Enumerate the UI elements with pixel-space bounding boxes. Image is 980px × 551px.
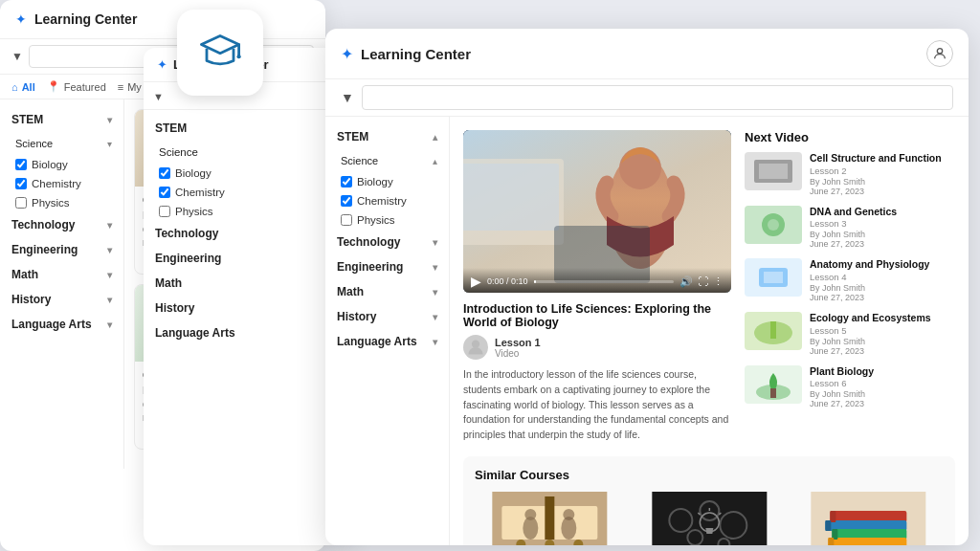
sidebar-cat-engineering[interactable]: Engineering ▾ bbox=[325, 254, 449, 279]
progress-fill bbox=[534, 280, 537, 283]
mid-biology-checkbox[interactable] bbox=[159, 167, 170, 179]
next-author-2: By John Smith bbox=[810, 230, 955, 239]
progress-bar[interactable] bbox=[534, 280, 674, 283]
bg-cat-technology[interactable]: Technology ▾ bbox=[0, 212, 123, 237]
next-date-3: June 27, 2023 bbox=[810, 293, 955, 302]
main-search-input[interactable] bbox=[362, 85, 953, 110]
sidebar-subcat-physics[interactable]: Physics bbox=[325, 210, 449, 230]
bg-cat-history[interactable]: History ▾ bbox=[0, 287, 123, 312]
sidebar-cat-history[interactable]: History ▾ bbox=[325, 304, 449, 329]
video-info: Introduction to Life Sciences: Exploring… bbox=[463, 302, 731, 443]
bg-cat-language-arts[interactable]: Language Arts ▾ bbox=[0, 312, 123, 337]
mid-filter-icon: ▼ bbox=[153, 91, 164, 102]
sidebar-subcat-biology[interactable]: Biology bbox=[325, 172, 449, 191]
similar-courses-title: Similar Courses bbox=[475, 468, 944, 482]
next-video-item-5[interactable]: Plant Biology Lesson 6 By John Smith Jun… bbox=[745, 365, 955, 409]
next-info-1: Cell Structure and Function Lesson 2 By … bbox=[810, 152, 955, 196]
video-main: ▶ 0:00 / 0:10 🔊 ⛶ ⋮ bbox=[463, 130, 731, 443]
chevron-down-icon: ▾ bbox=[107, 320, 112, 330]
next-video-item-3[interactable]: Anatomy and Physiology Lesson 4 By John … bbox=[745, 258, 955, 302]
next-date-4: June 27, 2023 bbox=[810, 346, 955, 356]
mid-cat-engineering[interactable]: Engineering ▾ bbox=[144, 246, 354, 271]
next-video-item-2[interactable]: DNA and Genetics Lesson 3 By John Smith … bbox=[745, 206, 955, 250]
bg-tab-featured[interactable]: 📍 Featured bbox=[47, 80, 106, 93]
sidebar-chemistry-checkbox[interactable] bbox=[341, 195, 352, 207]
mid-subcat-physics[interactable]: Physics bbox=[144, 202, 354, 221]
next-lesson-num-2: Lesson 3 bbox=[810, 218, 955, 229]
similar-card-1[interactable]: Course #3 bbox=[475, 492, 625, 545]
biology-checkbox[interactable] bbox=[15, 159, 27, 170]
chemistry-checkbox[interactable] bbox=[15, 178, 27, 189]
sidebar-subcat-chemistry[interactable]: Chemistry bbox=[325, 191, 449, 210]
middle-panel: ✦ Learning Center ▼ STEM ▴ Science ▴ Bio… bbox=[144, 48, 354, 545]
mid-cat-language-arts[interactable]: Language Arts ▾ bbox=[144, 320, 354, 345]
mid-cat-technology[interactable]: Technology ▾ bbox=[144, 221, 354, 246]
play-button[interactable]: ▶ bbox=[471, 274, 481, 289]
mid-subcat-biology[interactable]: Biology bbox=[144, 164, 354, 183]
chevron-down-icon: ▾ bbox=[433, 287, 437, 298]
next-thumb-5 bbox=[745, 365, 802, 404]
main-right-content: ▶ 0:00 / 0:10 🔊 ⛶ ⋮ bbox=[450, 117, 969, 545]
user-avatar-button[interactable] bbox=[926, 40, 953, 67]
bg-cat-science[interactable]: Science ▾ bbox=[0, 132, 123, 155]
next-thumb-2 bbox=[745, 206, 802, 244]
main-content: STEM ▴ Science ▴ Biology Chemistry Physi… bbox=[325, 117, 969, 545]
svg-point-22 bbox=[472, 341, 479, 348]
sidebar-biology-checkbox[interactable] bbox=[341, 176, 352, 187]
mid-cat-stem[interactable]: STEM ▴ bbox=[144, 116, 354, 141]
bg-cat-math[interactable]: Math ▾ bbox=[0, 262, 123, 287]
next-info-2: DNA and Genetics Lesson 3 By John Smith … bbox=[810, 206, 955, 250]
chevron-up-icon: ▴ bbox=[433, 156, 437, 166]
sidebar-cat-math[interactable]: Math ▾ bbox=[325, 279, 449, 304]
video-player[interactable]: ▶ 0:00 / 0:10 🔊 ⛶ ⋮ bbox=[463, 130, 731, 293]
next-video-item-4[interactable]: Ecology and Ecosystems Lesson 5 By John … bbox=[745, 312, 955, 356]
app-icon-card bbox=[177, 10, 263, 96]
next-author-3: By John Smith bbox=[810, 283, 955, 293]
bg-cat-stem[interactable]: STEM ▾ bbox=[0, 107, 123, 132]
next-thumb-1 bbox=[745, 152, 802, 190]
next-date-2: June 27, 2023 bbox=[810, 239, 955, 249]
similar-card-2[interactable]: Course #12 bbox=[635, 492, 785, 545]
graduation-cap-icon bbox=[193, 26, 247, 79]
bg-tab-all[interactable]: ⌂ All bbox=[11, 80, 35, 93]
similar-thumb-3 bbox=[793, 492, 944, 545]
chevron-down-icon: ▾ bbox=[107, 115, 112, 125]
svg-point-45 bbox=[524, 509, 536, 520]
next-author-5: By John Smith bbox=[810, 389, 955, 399]
svg-rect-62 bbox=[829, 538, 907, 545]
main-filter-bar: ▼ bbox=[325, 79, 969, 117]
bg-cat-engineering[interactable]: Engineering ▾ bbox=[0, 237, 123, 262]
bg-subcat-physics[interactable]: Physics bbox=[0, 193, 123, 212]
video-controls: ▶ 0:00 / 0:10 🔊 ⛶ ⋮ bbox=[463, 268, 731, 293]
next-date-5: June 27, 2023 bbox=[810, 399, 955, 408]
mid-physics-checkbox[interactable] bbox=[159, 206, 170, 217]
bg-subcat-chemistry[interactable]: Chemistry bbox=[0, 174, 123, 193]
sidebar-cat-language-arts[interactable]: Language Arts ▾ bbox=[325, 329, 449, 354]
bg-star-icon: ✦ bbox=[15, 11, 27, 27]
mid-subcat-chemistry[interactable]: Chemistry bbox=[144, 183, 354, 202]
mid-cat-math[interactable]: Math ▾ bbox=[144, 271, 354, 296]
similar-card-3[interactable]: Course #17 bbox=[793, 492, 944, 545]
bg-panel-title: Learning Center bbox=[34, 11, 137, 27]
fullscreen-icon[interactable]: ⛶ bbox=[698, 276, 708, 288]
volume-icon[interactable]: 🔊 bbox=[679, 276, 693, 288]
sidebar-cat-stem[interactable]: STEM ▴ bbox=[325, 124, 449, 149]
main-panel-title: Learning Center bbox=[361, 46, 919, 62]
bg-subcat-biology[interactable]: Biology bbox=[0, 155, 123, 174]
svg-rect-63 bbox=[831, 511, 836, 522]
next-video-title: Next Video bbox=[745, 130, 955, 144]
sidebar-cat-technology[interactable]: Technology ▾ bbox=[325, 230, 449, 254]
similar-thumb-2 bbox=[635, 492, 785, 545]
bg-panel-header: ✦ Learning Center bbox=[0, 0, 325, 39]
sidebar-cat-science[interactable]: Science ▴ bbox=[325, 149, 449, 172]
settings-icon[interactable]: ⋮ bbox=[713, 276, 724, 288]
next-lesson-num-5: Lesson 6 bbox=[810, 378, 955, 388]
physics-checkbox[interactable] bbox=[15, 197, 27, 209]
mid-cat-history[interactable]: History ▾ bbox=[144, 296, 354, 320]
mid-cat-science[interactable]: Science ▴ bbox=[144, 141, 354, 164]
sidebar-physics-checkbox[interactable] bbox=[341, 214, 352, 226]
video-control-icons: 🔊 ⛶ ⋮ bbox=[679, 276, 724, 288]
chevron-down-icon: ▾ bbox=[433, 337, 437, 347]
next-video-item-1[interactable]: Cell Structure and Function Lesson 2 By … bbox=[745, 152, 955, 196]
mid-chemistry-checkbox[interactable] bbox=[159, 187, 170, 198]
